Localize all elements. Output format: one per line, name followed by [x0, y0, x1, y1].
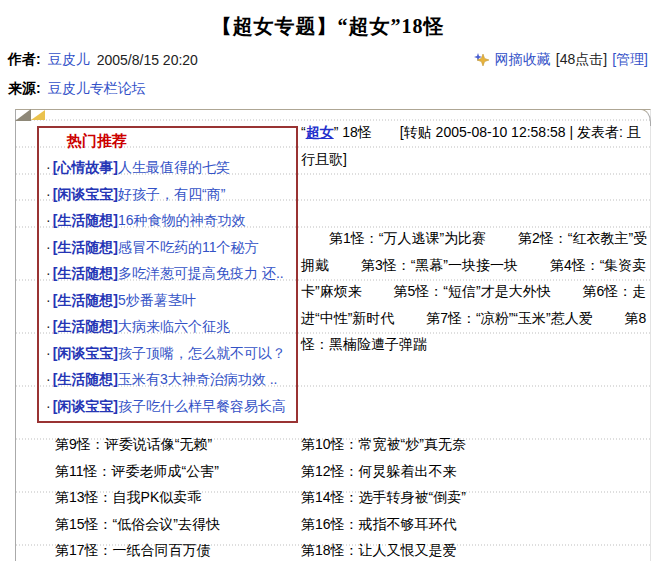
author-label: 作者: [8, 51, 41, 69]
hot-recommend-item[interactable]: ·[生活随想]16种食物的神奇功效 [39, 207, 296, 234]
content-paper-box: 热门推荐 ·[心情故事]人生最值得的七笑 ·[闲谈宝宝]好孩子，有四“商” ·[… [15, 109, 651, 561]
hot-recommend-item[interactable]: ·[心情故事]人生最值得的七笑 [39, 154, 296, 181]
bullet-dot-icon: · [46, 159, 51, 175]
bullet-dot-icon: · [46, 186, 51, 202]
guai-entry: 第7怪：“凉粉”“玉米”惹人爱 [426, 310, 592, 326]
hot-recommend-title: 热门推荐 [39, 128, 296, 154]
item-title: 感冒不吃药的11个秘方 [118, 239, 259, 255]
item-title: 孩子顶嘴，怎么就不可以？ [118, 345, 286, 361]
item-title: 5炒番薯茎叶 [118, 292, 196, 308]
item-title: 多吃洋葱可提高免疫力 还.. [118, 265, 284, 281]
blank-lines [301, 172, 653, 225]
bullet-dot-icon: · [46, 398, 51, 414]
article-headline: “超女” 18怪 [转贴 2005-08-10 12:58:58 | 发表者: … [301, 119, 653, 172]
guai-entry: 第1怪：“万人逃课”为比赛 [329, 230, 486, 246]
hot-recommend-item[interactable]: ·[闲谈宝宝]孩子吃什么样早餐容易长高 [39, 393, 296, 420]
item-category: [闲谈宝宝] [53, 345, 118, 361]
click-count: [48点击] [556, 51, 607, 69]
hot-recommend-item[interactable]: ·[闲谈宝宝]孩子顶嘴，怎么就不可以？ [39, 340, 296, 367]
guai-row: 第15怪：“低俗会议”去得快 第16怪：戒指不够耳环代 [55, 511, 642, 538]
guai-entries-9-18: 第9怪：评委说话像“无赖” 第10怪：常宽被“炒”真无奈 第11怪：评委老师成“… [55, 431, 642, 564]
source-row: 来源: 豆皮儿专栏论坛 [0, 69, 656, 98]
bullet-dot-icon: · [46, 292, 51, 308]
bullet-dot-icon: · [46, 371, 51, 387]
guai-entry-left: 第17怪：一纸合同百万债 [55, 537, 301, 564]
bullet-dot-icon: · [46, 265, 51, 281]
hot-recommend-panel: 热门推荐 ·[心情故事]人生最值得的七笑 ·[闲谈宝宝]好孩子，有四“商” ·[… [37, 126, 298, 423]
hot-recommend-item[interactable]: ·[闲谈宝宝]好孩子，有四“商” [39, 181, 296, 208]
item-category: [生活随想] [53, 265, 118, 281]
hot-recommend-list: ·[心情故事]人生最值得的七笑 ·[闲谈宝宝]好孩子，有四“商” ·[生活随想]… [39, 154, 296, 419]
guai-row: 第13怪：自我PK似卖乖 第14怪：选手转身被“倒卖” [55, 484, 642, 511]
article-column: “超女” 18怪 [转贴 2005-08-10 12:58:58 | 发表者: … [301, 119, 653, 358]
headline-rest: 18怪 [338, 124, 371, 140]
hot-recommend-item[interactable]: ·[生活随想]大病来临六个征兆 [39, 313, 296, 340]
hot-recommend-item[interactable]: ·[生活随想]5炒番薯茎叶 [39, 287, 296, 314]
bullet-dot-icon: · [46, 239, 51, 255]
item-category: [生活随想] [53, 292, 118, 308]
byline-row: 作者: 豆皮儿 2005/8/15 20:20 网摘收藏 [48点击] [管理] [0, 45, 656, 69]
manage-link[interactable]: [管理] [612, 51, 648, 69]
guai-entry-left: 第11怪：评委老师成“公害” [55, 458, 301, 485]
bullet-dot-icon: · [46, 318, 51, 334]
hot-recommend-item[interactable]: ·[生活随想]玉米有3大神奇治病功效 .. [39, 366, 296, 393]
source-link[interactable]: 豆皮儿专栏论坛 [48, 80, 146, 98]
guai-entry-right: 第16怪：戒指不够耳环代 [301, 511, 642, 538]
author-info: 作者: 豆皮儿 2005/8/15 20:20 [8, 51, 198, 69]
author-link[interactable]: 豆皮儿 [48, 51, 90, 69]
bookmark-star-icon [474, 52, 490, 68]
bullet-dot-icon: · [46, 212, 51, 228]
guai-entry-right: 第18怪：让人又恨又是爱 [301, 537, 642, 564]
guai-entry-left: 第9怪：评委说话像“无赖” [55, 431, 301, 458]
item-category: [心情故事] [53, 159, 118, 175]
item-title: 大病来临六个征兆 [118, 318, 230, 334]
item-category: [生活随想] [53, 371, 118, 387]
item-title: 16种食物的神奇功效 [118, 212, 246, 228]
chaonv-link[interactable]: 超女 [306, 124, 334, 140]
hot-recommend-item[interactable]: ·[生活随想]感冒不吃药的11个秘方 [39, 234, 296, 261]
item-category: [生活随想] [53, 318, 118, 334]
item-category: [闲谈宝宝] [53, 398, 118, 414]
guai-entry: 第3怪：“黑幕”一块接一块 [361, 257, 518, 273]
item-category: [闲谈宝宝] [53, 186, 118, 202]
page-title: 【超女专题】“超女”18怪 [0, 0, 656, 45]
guai-entry-right: 第14怪：选手转身被“倒卖” [301, 484, 642, 511]
guai-row: 第11怪：评委老师成“公害” 第12怪：何炅躲着出不来 [55, 458, 642, 485]
guai-entry-left: 第13怪：自我PK似卖乖 [55, 484, 301, 511]
bookmark-link[interactable]: 网摘收藏 [495, 51, 551, 69]
header-actions: 网摘收藏 [48点击] [管理] [474, 51, 648, 69]
guai-entries-1-8: 第1怪：“万人逃课”为比赛 第2怪：“红衣教主”受拥戴 第3怪：“黑幕”一块接一… [301, 225, 653, 358]
item-category: [生活随想] [53, 239, 118, 255]
item-title: 孩子吃什么样早餐容易长高 [118, 398, 286, 414]
post-time: 2005/8/15 20:20 [97, 52, 198, 68]
item-title: 玉米有3大神奇治病功效 .. [118, 371, 277, 387]
bullet-dot-icon: · [46, 345, 51, 361]
guai-row: 第17怪：一纸合同百万债 第18怪：让人又恨又是爱 [55, 537, 642, 564]
guai-row: 第9怪：评委说话像“无赖” 第10怪：常宽被“炒”真无奈 [55, 431, 642, 458]
item-title: 人生最值得的七笑 [118, 159, 230, 175]
item-title: 好孩子，有四“商” [118, 186, 225, 202]
source-label: 来源: [8, 80, 41, 98]
hot-recommend-item[interactable]: ·[生活随想]多吃洋葱可提高免疫力 还.. [39, 260, 296, 287]
item-category: [生活随想] [53, 212, 118, 228]
guai-entry-left: 第15怪：“低俗会议”去得快 [55, 511, 301, 538]
guai-entry-right: 第12怪：何炅躲着出不来 [301, 458, 642, 485]
fold-corner-icon [15, 109, 31, 121]
guai-entry: 第5怪：“短信”才是大外快 [394, 283, 551, 299]
guai-entry-right: 第10怪：常宽被“炒”真无奈 [301, 431, 642, 458]
